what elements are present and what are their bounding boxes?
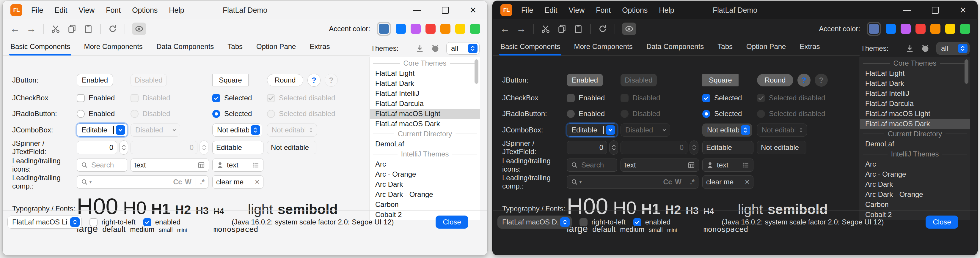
search-options-input[interactable] [585, 178, 660, 186]
maximize-button[interactable] [930, 5, 940, 16]
search-dropdown-icon[interactable] [571, 178, 578, 186]
tab-basic-components[interactable]: Basic Components [10, 43, 70, 51]
user-field[interactable] [212, 158, 263, 172]
combobox-editable[interactable]: Editable [567, 123, 617, 136]
spinner-field[interactable] [567, 141, 607, 154]
list-menu-icon[interactable] [252, 161, 259, 169]
round-button[interactable]: Round [757, 74, 793, 86]
square-button[interactable]: Square [212, 74, 248, 86]
theme-item[interactable]: Arc Dark - Orange [860, 190, 970, 199]
textfield-editable-input[interactable] [216, 143, 259, 152]
match-case-toggle[interactable]: Cc [663, 178, 672, 186]
paste-icon[interactable] [573, 23, 583, 35]
theme-item[interactable]: Arc [860, 159, 970, 169]
menu-font[interactable]: Font [596, 6, 611, 14]
search-with-options-field[interactable]: ▾CcW.* [77, 176, 208, 188]
radio-enabled[interactable]: Enabled [77, 109, 130, 118]
accent-swatch-blue[interactable] [396, 24, 406, 34]
theme-item[interactable]: DemoLaf [860, 139, 970, 149]
combobox-not-editable[interactable]: Not editable [212, 123, 262, 136]
theme-item[interactable]: FlatLaf macOS Light [860, 109, 970, 119]
theme-item-selected[interactable]: FlatLaf macOS Light [370, 109, 480, 119]
theme-item[interactable]: Arc - Orange [860, 169, 970, 179]
tab-data-components[interactable]: Data Components [646, 43, 704, 51]
chevron-up-down-icon[interactable] [70, 217, 80, 227]
chevron-up-down-icon[interactable] [468, 44, 477, 53]
list-menu-icon[interactable] [742, 161, 749, 169]
chevron-up-down-icon[interactable] [560, 217, 570, 227]
cut-icon[interactable] [51, 23, 60, 35]
clearable-input[interactable] [216, 178, 252, 186]
accent-swatch-orange[interactable] [930, 24, 940, 34]
menu-file[interactable]: File [31, 6, 43, 14]
date-input[interactable] [134, 161, 194, 169]
right-to-left-checkbox[interactable]: right-to-left [89, 218, 135, 226]
spinner-field[interactable] [77, 141, 117, 154]
user-input[interactable] [227, 161, 249, 169]
date-field[interactable] [130, 158, 209, 172]
calendar-icon[interactable] [197, 161, 205, 169]
user-input[interactable] [717, 161, 739, 169]
round-button[interactable]: Round [267, 74, 303, 86]
regex-toggle[interactable]: .* [690, 178, 695, 186]
back-icon[interactable]: ← [500, 23, 510, 35]
minimize-button[interactable] [902, 5, 913, 16]
clearable-input[interactable] [706, 178, 742, 186]
clearable-field[interactable]: × [702, 176, 753, 188]
download-icon[interactable] [415, 44, 424, 53]
copy-icon[interactable] [67, 23, 77, 35]
checkbox-enabled[interactable]: Enabled [77, 94, 130, 102]
theme-item[interactable]: FlatLaf IntelliJ [370, 89, 480, 98]
github-icon[interactable] [921, 44, 930, 53]
theme-item[interactable]: Carbon [370, 199, 480, 210]
help-button[interactable]: ? [797, 74, 811, 87]
chevron-up-down-icon[interactable] [741, 125, 750, 135]
copy-icon[interactable] [557, 23, 567, 35]
accent-swatch-red[interactable] [425, 24, 436, 34]
search-options-input[interactable] [95, 178, 170, 186]
clear-icon[interactable]: × [255, 178, 259, 186]
menu-help[interactable]: Help [169, 6, 184, 14]
clearable-field[interactable]: × [212, 176, 263, 188]
tab-option-pane[interactable]: Option Pane [746, 43, 786, 51]
radio-enabled[interactable]: Enabled [567, 109, 620, 118]
radio-selected[interactable]: Selected [212, 109, 267, 118]
accent-swatch-red[interactable] [915, 24, 926, 34]
tab-extras[interactable]: Extras [310, 43, 330, 51]
chevron-up-down-icon[interactable] [251, 125, 260, 135]
whole-words-toggle[interactable]: W [675, 178, 681, 186]
accent-swatch-green[interactable] [470, 24, 480, 34]
textfield-editable[interactable] [702, 141, 753, 154]
themes-filter-combobox[interactable]: all [936, 42, 970, 55]
menu-view[interactable]: View [78, 6, 95, 14]
radio-selected[interactable]: Selected [702, 109, 757, 118]
tab-tabs[interactable]: Tabs [228, 43, 243, 51]
paste-icon[interactable] [83, 23, 93, 35]
menu-file[interactable]: File [521, 6, 533, 14]
whole-words-toggle[interactable]: W [185, 178, 191, 186]
checkbox-selected[interactable]: Selected [702, 94, 757, 102]
textfield-editable[interactable] [212, 141, 263, 154]
theme-item[interactable]: Arc [370, 159, 480, 169]
theme-item[interactable]: FlatLaf Light [860, 68, 970, 78]
theme-item[interactable]: Arc Dark [860, 179, 970, 190]
enabled-checkbox[interactable]: enabled [633, 218, 670, 226]
github-icon[interactable] [431, 44, 440, 53]
accent-swatch-yellow[interactable] [455, 24, 465, 34]
tab-basic-components[interactable]: Basic Components [500, 43, 560, 51]
tab-option-pane[interactable]: Option Pane [256, 43, 296, 51]
tab-tabs[interactable]: Tabs [718, 43, 733, 51]
chevron-down-icon[interactable] [116, 125, 125, 135]
accent-swatch-selected[interactable] [379, 24, 389, 34]
theme-item[interactable]: FlatLaf Light [370, 68, 480, 78]
theme-item[interactable]: Arc - Orange [370, 169, 480, 179]
menu-edit[interactable]: Edit [544, 6, 557, 14]
menu-view[interactable]: View [568, 6, 585, 14]
enabled-button[interactable]: Enabled [567, 74, 603, 86]
search-field[interactable] [567, 158, 617, 172]
theme-item[interactable]: FlatLaf IntelliJ [860, 89, 970, 98]
close-window-button[interactable]: × [468, 5, 479, 16]
theme-item[interactable]: FlatLaf Darcula [860, 98, 970, 109]
accent-swatch-blue[interactable] [886, 24, 896, 34]
search-field[interactable] [77, 158, 127, 172]
